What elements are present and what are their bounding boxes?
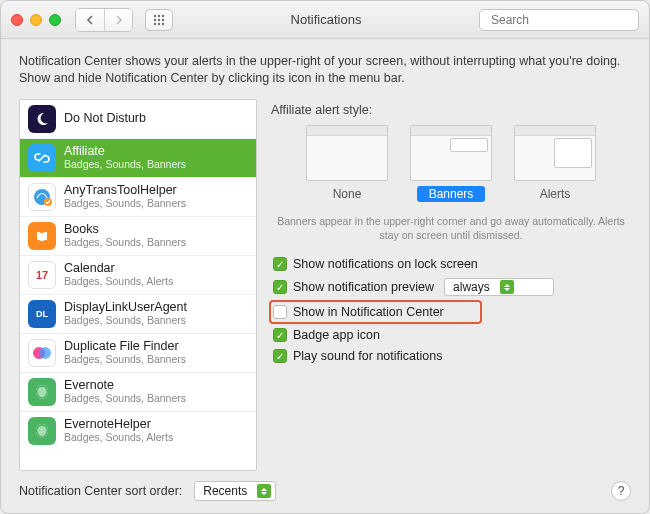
svg-point-4 — [158, 18, 160, 20]
style-heading: Affiliate alert style: — [271, 103, 631, 117]
back-button[interactable] — [76, 9, 104, 31]
footer: Notification Center sort order: Recents … — [19, 471, 631, 501]
show-all-button[interactable] — [145, 9, 173, 31]
link-icon — [28, 144, 56, 172]
app-name: Books — [64, 223, 186, 237]
app-row[interactable]: Duplicate File FinderBadges, Sounds, Ban… — [20, 334, 256, 373]
app-row[interactable]: EvernoteBadges, Sounds, Banners — [20, 373, 256, 412]
style-preview — [514, 125, 596, 181]
books-icon — [28, 222, 56, 250]
option-row: Show in Notification Center — [271, 302, 480, 322]
help-button[interactable]: ? — [611, 481, 631, 501]
app-row[interactable]: 17CalendarBadges, Sounds, Alerts — [20, 256, 256, 295]
app-sub: Badges, Sounds, Banners — [64, 198, 186, 210]
sort-label: Notification Center sort order: — [19, 484, 182, 498]
style-note: Banners appear in the upper-right corner… — [275, 214, 627, 242]
close-button[interactable] — [11, 14, 23, 26]
app-sub: Badges, Sounds, Banners — [64, 315, 187, 327]
window-title: Notifications — [183, 12, 469, 27]
cal-icon: 17 — [28, 261, 56, 289]
preview-popup[interactable]: always — [444, 278, 554, 296]
svg-point-2 — [162, 14, 164, 16]
svg-point-5 — [162, 18, 164, 20]
style-label: Alerts — [528, 186, 583, 202]
app-name: Calendar — [64, 262, 173, 276]
app-name: DisplayLinkUserAgent — [64, 301, 187, 315]
svg-point-6 — [154, 22, 156, 24]
style-preview — [306, 125, 388, 181]
option-row: ✓Show notification previewalways — [271, 277, 631, 297]
option-label: Show notification preview — [293, 280, 434, 294]
option-label: Badge app icon — [293, 328, 380, 342]
sort-order-value: Recents — [203, 484, 247, 498]
search-input[interactable] — [491, 13, 641, 27]
moon-icon — [28, 105, 56, 133]
zoom-button[interactable] — [49, 14, 61, 26]
checkbox[interactable] — [273, 305, 287, 319]
app-row[interactable]: DLDisplayLinkUserAgentBadges, Sounds, Ba… — [20, 295, 256, 334]
minimize-button[interactable] — [30, 14, 42, 26]
nav-segment — [75, 8, 133, 32]
alert-styles: NoneBannersAlerts — [271, 125, 631, 202]
checkbox[interactable]: ✓ — [273, 257, 287, 271]
svg-point-15 — [39, 347, 51, 359]
popup-arrows-icon — [257, 484, 271, 498]
app-sub: Badges, Sounds, Alerts — [64, 276, 173, 288]
app-list[interactable]: Do Not DisturbAffiliateBadges, Sounds, B… — [19, 99, 257, 471]
app-row[interactable]: Do Not Disturb — [20, 100, 256, 139]
option-label: Play sound for notifications — [293, 349, 442, 363]
svg-point-3 — [154, 18, 156, 20]
dup-icon — [28, 339, 56, 367]
intro-text: Notification Center shows your alerts in… — [19, 53, 631, 87]
style-preview — [410, 125, 492, 181]
app-row[interactable]: EvernoteHelperBadges, Sounds, Alerts — [20, 412, 256, 450]
option-label: Show notifications on lock screen — [293, 257, 478, 271]
preview-value: always — [453, 280, 490, 294]
app-row[interactable]: AnyTransToolHelperBadges, Sounds, Banner… — [20, 178, 256, 217]
svg-point-0 — [154, 14, 156, 16]
option-row: ✓Show notifications on lock screen — [271, 256, 631, 272]
window-controls — [11, 14, 61, 26]
style-label: None — [321, 186, 374, 202]
svg-point-7 — [158, 22, 160, 24]
ev-icon — [28, 378, 56, 406]
app-row[interactable]: BooksBadges, Sounds, Banners — [20, 217, 256, 256]
app-name: Duplicate File Finder — [64, 340, 186, 354]
content: Notification Center shows your alerts in… — [1, 39, 649, 513]
svg-point-1 — [158, 14, 160, 16]
popup-arrows-icon — [500, 280, 514, 294]
app-sub: Badges, Sounds, Banners — [64, 237, 186, 249]
checkbox[interactable]: ✓ — [273, 328, 287, 342]
alert-style-alerts[interactable]: Alerts — [514, 125, 596, 202]
option-row: ✓Badge app icon — [271, 327, 631, 343]
detail-panel: Affiliate alert style: NoneBannersAlerts… — [271, 99, 631, 471]
app-name: Do Not Disturb — [64, 112, 146, 126]
app-sub: Badges, Sounds, Alerts — [64, 432, 173, 444]
any-icon — [28, 183, 56, 211]
style-label: Banners — [417, 186, 486, 202]
app-sub: Badges, Sounds, Banners — [64, 159, 186, 171]
alert-style-none[interactable]: None — [306, 125, 388, 202]
alert-style-banners[interactable]: Banners — [410, 125, 492, 202]
titlebar: Notifications — [1, 1, 649, 39]
app-sub: Badges, Sounds, Banners — [64, 393, 186, 405]
app-name: AnyTransToolHelper — [64, 184, 186, 198]
sort-order-popup[interactable]: Recents — [194, 481, 276, 501]
forward-button[interactable] — [104, 9, 132, 31]
checkbox[interactable]: ✓ — [273, 280, 287, 294]
dl-icon: DL — [28, 300, 56, 328]
search-field[interactable] — [479, 9, 639, 31]
option-row: ✓Play sound for notifications — [271, 348, 631, 364]
app-sub: Badges, Sounds, Banners — [64, 354, 186, 366]
app-row[interactable]: AffiliateBadges, Sounds, Banners — [20, 139, 256, 178]
app-name: Affiliate — [64, 145, 186, 159]
app-name: Evernote — [64, 379, 186, 393]
svg-point-8 — [162, 22, 164, 24]
options-list: ✓Show notifications on lock screen✓Show … — [271, 256, 631, 364]
ev-icon — [28, 417, 56, 445]
app-name: EvernoteHelper — [64, 418, 173, 432]
option-label: Show in Notification Center — [293, 305, 444, 319]
checkbox[interactable]: ✓ — [273, 349, 287, 363]
